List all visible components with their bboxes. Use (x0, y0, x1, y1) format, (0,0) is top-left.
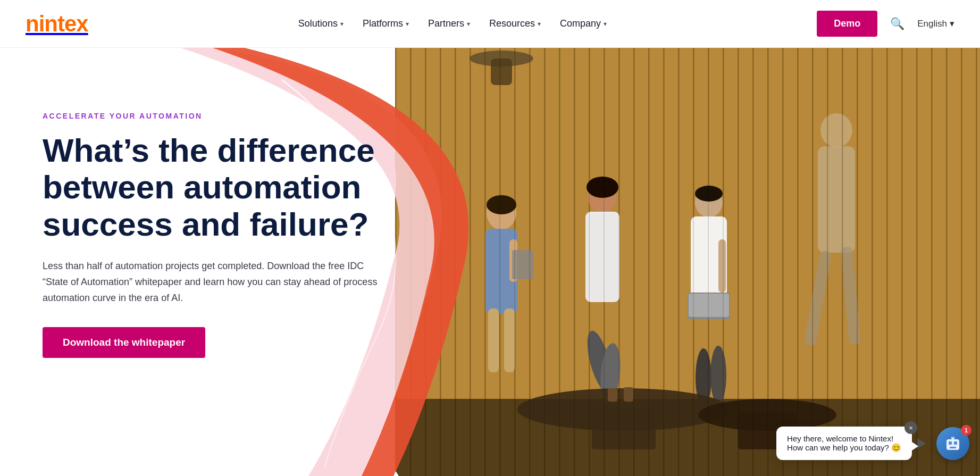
svg-point-55 (582, 328, 617, 395)
search-button[interactable]: 🔍 (890, 17, 904, 31)
chevron-down-icon: ▾ (340, 20, 344, 28)
svg-rect-5 (455, 48, 456, 476)
nav-link-platforms[interactable]: Platforms ▾ (363, 18, 409, 29)
language-selector[interactable]: English ▾ (917, 18, 954, 29)
svg-rect-7 (484, 48, 486, 476)
svg-rect-38 (946, 48, 948, 476)
svg-point-65 (820, 113, 852, 147)
nav-link-company[interactable]: Company ▾ (560, 18, 607, 29)
svg-point-63 (696, 348, 711, 407)
svg-marker-75 (917, 438, 926, 449)
svg-rect-47 (509, 239, 517, 282)
hero-eyebrow: ACCELERATE YOUR AUTOMATION (43, 112, 425, 120)
svg-rect-70 (592, 407, 656, 449)
svg-rect-35 (901, 48, 903, 476)
svg-rect-10 (529, 48, 531, 476)
chat-bot-container: 1 (917, 427, 969, 460)
hero-background-image (395, 48, 980, 476)
svg-rect-31 (842, 48, 843, 476)
nav-item-platforms[interactable]: Platforms ▾ (363, 18, 409, 29)
chat-bubble: × Hey there, welcome to Nintex! How can … (776, 427, 912, 460)
logo-text: nintex (26, 11, 88, 36)
nav-links: Solutions ▾ Platforms ▾ Partners ▾ Resou… (298, 18, 607, 29)
nav-item-company[interactable]: Company ▾ (560, 18, 607, 29)
svg-rect-59 (691, 216, 727, 304)
navbar: nintex Solutions ▾ Platforms ▾ Partners … (0, 0, 980, 48)
svg-point-51 (588, 181, 617, 213)
svg-rect-68 (841, 246, 861, 345)
svg-rect-53 (585, 212, 619, 302)
svg-rect-67 (804, 250, 832, 346)
nav-link-solutions[interactable]: Solutions ▾ (298, 18, 344, 29)
nav-link-partners[interactable]: Partners ▾ (428, 18, 470, 29)
svg-rect-27 (782, 48, 784, 476)
svg-rect-39 (961, 48, 962, 476)
hero-cta-button[interactable]: Download the whitepaper (43, 327, 205, 358)
svg-rect-54 (588, 214, 617, 302)
svg-rect-37 (931, 48, 933, 476)
svg-rect-40 (976, 48, 977, 476)
chat-bot-avatar[interactable]: 1 (936, 427, 969, 460)
hero-section: ACCELERATE YOUR AUTOMATION What’s the di… (0, 48, 980, 476)
hero-title: What’s the difference between automation… (43, 132, 425, 243)
svg-rect-50 (504, 308, 515, 372)
svg-rect-14 (589, 48, 590, 476)
svg-rect-61 (689, 294, 729, 317)
chat-expand-arrow[interactable] (917, 428, 933, 460)
svg-rect-21 (693, 48, 694, 476)
nav-item-resources[interactable]: Resources ▾ (489, 18, 541, 29)
nav-label-partners: Partners (428, 18, 464, 29)
nav-label-platforms: Platforms (363, 18, 403, 29)
svg-point-41 (470, 51, 533, 66)
search-icon: 🔍 (890, 17, 904, 30)
chevron-down-icon: ▾ (538, 20, 541, 28)
svg-rect-4 (440, 48, 441, 476)
nav-item-partners[interactable]: Partners ▾ (428, 18, 470, 29)
nav-link-resources[interactable]: Resources ▾ (489, 18, 541, 29)
chevron-down-icon: ▾ (406, 20, 409, 28)
chevron-down-icon: ▾ (950, 18, 954, 29)
svg-point-44 (487, 196, 516, 230)
svg-rect-42 (491, 59, 512, 85)
svg-rect-25 (752, 48, 754, 476)
svg-rect-32 (857, 48, 858, 476)
svg-rect-29 (812, 48, 814, 476)
svg-rect-36 (916, 48, 918, 476)
chevron-down-icon: ▾ (604, 20, 607, 28)
chevron-down-icon: ▾ (467, 20, 470, 28)
nav-label-resources: Resources (489, 18, 535, 29)
svg-rect-18 (648, 48, 650, 476)
chat-notification-badge: 1 (961, 425, 971, 436)
demo-button[interactable]: Demo (817, 11, 877, 37)
nav-item-solutions[interactable]: Solutions ▾ (298, 18, 344, 29)
svg-point-81 (952, 436, 954, 438)
svg-point-52 (587, 177, 618, 198)
svg-rect-73 (608, 388, 617, 402)
svg-rect-49 (488, 308, 499, 372)
language-label: English (917, 19, 947, 29)
svg-rect-16 (618, 48, 620, 476)
svg-rect-77 (949, 441, 952, 445)
svg-rect-46 (485, 229, 517, 314)
svg-rect-34 (886, 48, 888, 476)
svg-point-69 (517, 388, 730, 431)
svg-point-56 (598, 343, 622, 403)
svg-rect-60 (688, 293, 730, 319)
svg-rect-9 (514, 48, 516, 476)
nav-right: Demo 🔍 English ▾ (817, 11, 954, 37)
chat-widget: × Hey there, welcome to Nintex! How can … (776, 427, 969, 460)
svg-rect-11 (544, 48, 546, 476)
expand-arrow-icon (917, 436, 926, 452)
svg-rect-19 (663, 48, 665, 476)
svg-rect-24 (738, 48, 739, 476)
svg-rect-74 (624, 387, 633, 402)
chat-close-button[interactable]: × (904, 421, 917, 434)
svg-point-64 (710, 346, 726, 404)
svg-rect-33 (872, 48, 873, 476)
hero-content: ACCELERATE YOUR AUTOMATION What’s the di… (43, 112, 425, 358)
svg-rect-13 (574, 48, 575, 476)
robot-icon (943, 434, 962, 453)
logo-link[interactable]: nintex (26, 11, 88, 37)
svg-rect-15 (604, 48, 605, 476)
logo: nintex (26, 11, 88, 37)
